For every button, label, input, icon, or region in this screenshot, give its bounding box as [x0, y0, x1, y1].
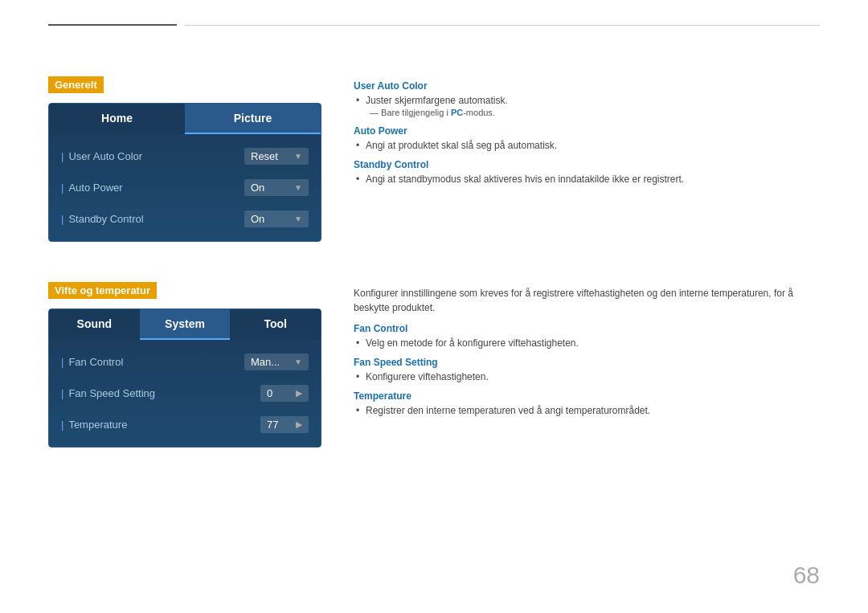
desc-temperature-title: Temperature [354, 390, 820, 402]
tab-home[interactable]: Home [49, 104, 185, 134]
vifte-tabs: Sound System Tool [49, 309, 321, 340]
vifte-right: Konfigurer innstillingene som kreves for… [354, 282, 820, 447]
generelt-menu-items: User Auto Color Reset ▼ Auto Power On ▼ [49, 134, 321, 241]
desc-fan-control-text: Velg en metode for å konfigurere vifteha… [366, 337, 820, 349]
fan-speed-label: Fan Speed Setting [61, 387, 260, 399]
fan-speed-value-text: 0 [267, 387, 272, 399]
desc-user-auto-color-text: Juster skjermfargene automatisk. [366, 95, 820, 106]
desc-standby-control-title: Standby Control [354, 159, 820, 170]
dropdown-arrow-2: ▼ [294, 183, 302, 192]
temperature-label: Temperature [61, 419, 260, 431]
tab-sound[interactable]: Sound [49, 309, 140, 340]
fan-control-value[interactable]: Man... ▼ [244, 353, 309, 370]
menu-item-fan-control: Fan Control Man... ▼ [49, 346, 321, 378]
desc-fan-control-title: Fan Control [354, 323, 820, 334]
vifte-left: Vifte og temperatur Sound System Tool Fa… [48, 282, 321, 447]
temperature-value[interactable]: 77 ▶ [260, 416, 309, 433]
generelt-right: User Auto Color Juster skjermfargene aut… [354, 76, 820, 242]
generelt-left: Generelt Home Picture User Auto Color Re… [48, 76, 321, 242]
arrow-right-1: ▶ [296, 388, 302, 398]
desc-auto-power-text: Angi at produktet skal slå seg på automa… [366, 140, 820, 151]
vifte-menu-panel: Sound System Tool Fan Control Man... ▼ F… [48, 309, 321, 447]
desc-user-auto-color-title: User Auto Color [354, 80, 820, 92]
desc-fan-speed-title: Fan Speed Setting [354, 357, 820, 368]
user-auto-color-value-text: Reset [251, 150, 278, 162]
vifte-menu-items: Fan Control Man... ▼ Fan Speed Setting 0… [49, 340, 321, 447]
tab-tool[interactable]: Tool [230, 309, 321, 340]
page-number: 68 [793, 562, 820, 589]
fan-control-label: Fan Control [61, 356, 244, 368]
generelt-tabs: Home Picture [49, 104, 321, 134]
menu-item-auto-power: Auto Power On ▼ [49, 172, 321, 203]
vifte-section: Vifte og temperatur Sound System Tool Fa… [48, 282, 820, 447]
desc-auto-power-title: Auto Power [354, 125, 820, 137]
fan-speed-value[interactable]: 0 ▶ [260, 385, 309, 402]
temperature-value-text: 77 [267, 419, 278, 431]
desc-standby-control-text: Angi at standbymodus skal aktiveres hvis… [366, 174, 820, 185]
standby-control-value-text: On [251, 213, 264, 225]
auto-power-label: Auto Power [61, 182, 244, 194]
desc-user-auto-color-sub: Bare tilgjengelig i PC-modus. [370, 108, 820, 117]
menu-item-temperature: Temperature 77 ▶ [49, 409, 321, 440]
menu-item-standby-control: Standby Control On ▼ [49, 203, 321, 235]
auto-power-value-text: On [251, 182, 264, 194]
auto-power-value[interactable]: On ▼ [244, 179, 309, 196]
pc-highlight: PC [451, 108, 463, 117]
menu-item-fan-speed: Fan Speed Setting 0 ▶ [49, 378, 321, 409]
tab-system[interactable]: System [140, 309, 231, 340]
tab-picture[interactable]: Picture [185, 104, 321, 134]
user-auto-color-label: User Auto Color [61, 150, 244, 162]
arrow-right-2: ▶ [296, 419, 302, 430]
desc-fan-speed-text: Konfigurere viftehastigheten. [366, 371, 820, 382]
generelt-menu-panel: Home Picture User Auto Color Reset ▼ Aut… [48, 103, 321, 242]
dropdown-arrow-1: ▼ [294, 152, 302, 161]
standby-control-label: Standby Control [61, 213, 244, 225]
menu-item-user-auto-color: User Auto Color Reset ▼ [49, 141, 321, 172]
vifte-intro-text: Konfigurer innstillingene som kreves for… [354, 286, 820, 315]
fan-control-value-text: Man... [251, 356, 280, 368]
dropdown-arrow-4: ▼ [294, 358, 302, 366]
standby-control-value[interactable]: On ▼ [244, 210, 309, 227]
vifte-title: Vifte og temperatur [48, 282, 157, 299]
generelt-section: Generelt Home Picture User Auto Color Re… [48, 76, 820, 242]
generelt-title: Generelt [48, 76, 104, 93]
desc-temperature-text: Registrer den interne temperaturen ved å… [366, 405, 820, 416]
user-auto-color-value[interactable]: Reset ▼ [244, 148, 309, 165]
dropdown-arrow-3: ▼ [294, 215, 302, 223]
